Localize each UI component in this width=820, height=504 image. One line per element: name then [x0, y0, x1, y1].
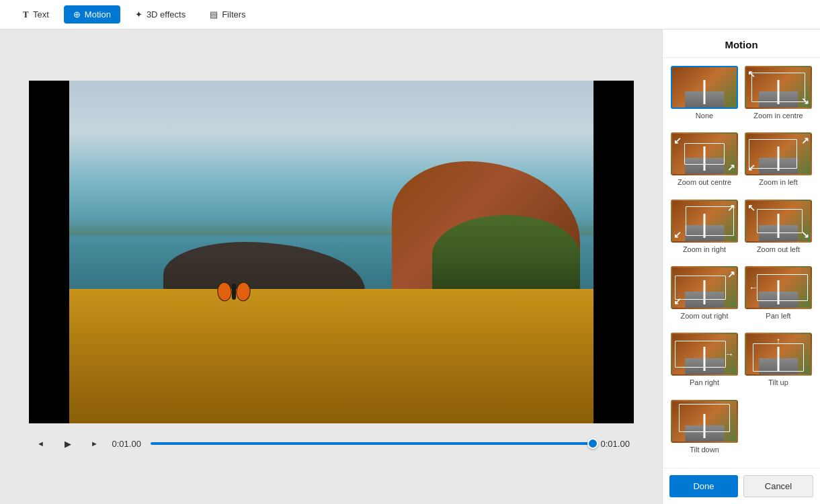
- motion-tilt-up-label: Tilt up: [768, 378, 788, 386]
- progress-bar[interactable]: [151, 442, 593, 445]
- cancel-button[interactable]: Cancel: [743, 475, 813, 497]
- motion-tilt-down[interactable]: ↓ Tilt down: [669, 398, 739, 461]
- text-icon: 𝐓: [23, 9, 29, 20]
- progress-fill: [151, 442, 593, 445]
- done-button[interactable]: Done: [669, 475, 738, 497]
- beach-scene: [29, 81, 634, 423]
- butterfly: [217, 282, 251, 306]
- butterfly-body: [232, 284, 236, 300]
- main-content: 0:01.00 0:01.00 Motion None: [0, 30, 820, 504]
- motion-none[interactable]: None: [669, 65, 739, 127]
- motion-grid: None ↖ ↘ Zoom in centre ↙ ↗: [663, 58, 820, 468]
- motion-zoom-in-centre-label: Zoom in centre: [753, 112, 803, 120]
- black-bar-right: [593, 81, 634, 423]
- panel-footer: Done Cancel: [663, 468, 820, 504]
- butterfly-wing-right: [233, 280, 253, 303]
- player-controls: 0:01.00 0:01.00: [29, 434, 634, 453]
- progress-thumb[interactable]: [587, 438, 598, 449]
- motion-zoom-out-left-label: Zoom out left: [757, 245, 800, 253]
- motion-zoom-out-centre[interactable]: ↙ ↗ Zoom out centre: [669, 131, 739, 194]
- tab-3deffects[interactable]: ✦ 3D effects: [126, 5, 195, 24]
- motion-pan-right[interactable]: → Pan right: [669, 331, 739, 394]
- hill-green: [432, 215, 580, 296]
- skip-back-button[interactable]: [32, 434, 50, 453]
- tab-filters[interactable]: ▤ Filters: [200, 5, 255, 24]
- effects-icon: ✦: [135, 9, 142, 19]
- black-bar-left: [29, 81, 69, 423]
- video-container: [29, 81, 634, 423]
- motion-zoom-out-right-label: Zoom out right: [681, 312, 729, 320]
- motion-pan-right-label: Pan right: [690, 378, 719, 386]
- tab-motion[interactable]: ⊕ Motion: [64, 5, 120, 24]
- panel-title: Motion: [663, 30, 820, 58]
- motion-zoom-out-right[interactable]: ↗ ↙ Zoom out right: [669, 265, 739, 327]
- motion-zoom-in-centre[interactable]: ↖ ↘ Zoom in centre: [743, 65, 813, 127]
- motion-tilt-down-label: Tilt down: [690, 446, 719, 454]
- total-time: 0:01.00: [601, 439, 631, 449]
- motion-none-label: None: [696, 112, 713, 120]
- right-panel: Motion None ↖ ↘ Zoom in centre: [662, 30, 820, 504]
- motion-zoom-in-right[interactable]: ↙ ↗ Zoom in right: [669, 198, 739, 261]
- toolbar: 𝐓 Text ⊕ Motion ✦ 3D effects ▤ Filters: [0, 0, 820, 30]
- motion-pan-left[interactable]: ← Pan left: [743, 265, 813, 327]
- motion-zoom-in-left[interactable]: ↗ ↙ Zoom in left: [743, 131, 813, 194]
- current-time: 0:01.00: [112, 439, 142, 449]
- filters-icon: ▤: [210, 9, 218, 19]
- skip-forward-button[interactable]: [85, 434, 104, 453]
- sand: [69, 289, 593, 423]
- motion-zoom-out-centre-label: Zoom out centre: [678, 178, 731, 186]
- motion-zoom-out-left[interactable]: ↖ ↘ Zoom out left: [743, 198, 813, 261]
- tab-text[interactable]: 𝐓 Text: [13, 5, 58, 24]
- video-frame: [29, 81, 634, 423]
- motion-zoom-in-right-label: Zoom in right: [683, 245, 726, 253]
- motion-tilt-up[interactable]: ↑ Tilt up: [743, 331, 813, 394]
- motion-pan-left-label: Pan left: [766, 312, 790, 320]
- motion-icon: ⊕: [73, 9, 81, 19]
- motion-zoom-in-left-label: Zoom in left: [759, 178, 797, 186]
- video-area: 0:01.00 0:01.00: [0, 30, 662, 504]
- play-button[interactable]: [58, 434, 77, 453]
